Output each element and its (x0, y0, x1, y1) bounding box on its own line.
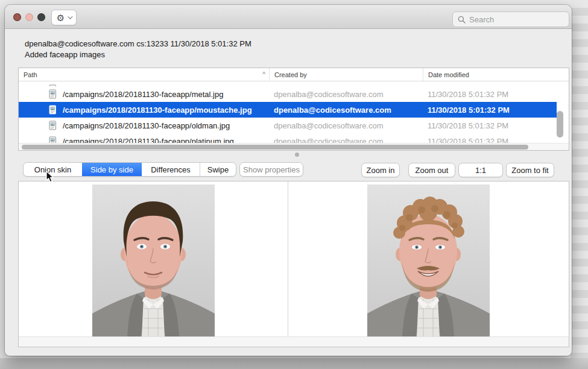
horizontal-scrollbar-track[interactable] (19, 143, 569, 150)
desktop-floor (0, 358, 588, 369)
titlebar[interactable]: ⚙ (5, 5, 572, 29)
file-path: /campaigns/2018/20181130-faceapp/hipster… (63, 85, 227, 87)
table-row-selected[interactable]: /campaigns/2018/20181130-faceapp/moustac… (19, 102, 557, 118)
after-portrait-image (367, 184, 490, 337)
tab-swipe[interactable]: Swipe (200, 163, 236, 176)
file-created-by: dpenalba@codicesoftware.com (269, 106, 423, 115)
horizontal-scrollbar-thumb[interactable] (22, 145, 528, 150)
image-file-icon (48, 121, 57, 130)
search-field[interactable] (452, 11, 569, 27)
file-path: /campaigns/2018/20181130-faceapp/moustac… (63, 106, 252, 115)
image-file-icon (48, 105, 57, 115)
file-date-modified: 11/30/2018 5:01:32 PM (423, 90, 557, 99)
image-file-icon (48, 89, 57, 99)
background-window-rows (571, 0, 588, 358)
file-created-by: dpenalba@codicesoftware.com (269, 90, 423, 99)
viewer-scrollbar-track (19, 336, 569, 347)
changeset-file-table: Path ^ Created by Date modified (18, 68, 569, 151)
image-diff-viewer (18, 181, 569, 347)
diff-mode-segmented-control: Onion skin Side by side Differences Swip… (23, 162, 236, 177)
desktop-background: ⚙ dpenalba@codicesoftware.com cs:13233 1… (0, 0, 588, 369)
table-row[interactable]: /campaigns/2018/20181130-faceapp/oldman.… (19, 118, 557, 133)
before-image-pane (19, 181, 288, 337)
search-icon (458, 16, 466, 24)
sort-asc-icon: ^ (262, 71, 265, 78)
tab-side-by-side[interactable]: Side by side (82, 163, 142, 176)
path-column-header[interactable]: Path ^ (19, 71, 269, 78)
created-by-column-header[interactable]: Created by (269, 68, 423, 81)
show-properties-button[interactable]: Show properties (239, 162, 303, 177)
before-portrait-image (92, 184, 215, 337)
file-date-modified: 11/30/2018 5:01:32 PM (423, 106, 557, 115)
table-row[interactable]: /campaigns/2018/20181130-faceapp/metal.j… (19, 86, 557, 102)
zoom-to-fit-button[interactable]: Zoom to fit (506, 163, 554, 177)
search-input[interactable] (469, 15, 554, 24)
table-row[interactable]: /campaigns/2018/20181130-faceapp/hipster… (19, 81, 557, 86)
image-file-icon (48, 84, 57, 86)
changeset-comment: Added faceapp images (25, 49, 251, 60)
file-created-by: dpenalba@codicesoftware.com (269, 121, 423, 130)
file-path: /campaigns/2018/20181130-faceapp/oldman.… (63, 121, 230, 130)
zoom-out-button[interactable]: Zoom out (408, 163, 455, 177)
mouse-cursor (46, 171, 54, 183)
zoom-in-button[interactable]: Zoom in (361, 163, 400, 177)
fullscreen-button[interactable] (37, 13, 45, 21)
date-modified-column-header[interactable]: Date modified (423, 68, 569, 81)
gear-menu-button[interactable]: ⚙ (51, 10, 77, 25)
changeset-meta: dpenalba@codicesoftware.com cs:13233 11/… (25, 39, 251, 49)
actual-size-button[interactable]: 1:1 (458, 163, 503, 177)
minimize-button[interactable] (25, 13, 33, 21)
close-button[interactable] (13, 13, 21, 21)
file-date-modified: 11/30/2018 5:01:32 PM (423, 85, 557, 87)
app-window: ⚙ dpenalba@codicesoftware.com cs:13233 1… (5, 5, 572, 356)
tab-differences[interactable]: Differences (142, 163, 200, 176)
gear-icon: ⚙ (57, 13, 65, 22)
file-date-modified: 11/30/2018 5:01:32 PM (423, 121, 557, 130)
splitter-handle[interactable] (295, 153, 299, 157)
after-image-pane (288, 181, 569, 337)
file-created-by: dpenalba@codicesoftware.com (269, 85, 423, 87)
vertical-scrollbar-thumb[interactable] (557, 111, 563, 137)
table-header: Path ^ Created by Date modified (19, 68, 569, 81)
file-path: /campaigns/2018/20181130-faceapp/metal.j… (63, 90, 223, 99)
chevron-down-icon (68, 14, 72, 19)
table-body: /campaigns/2018/20181130-faceapp/hipster… (19, 81, 569, 144)
